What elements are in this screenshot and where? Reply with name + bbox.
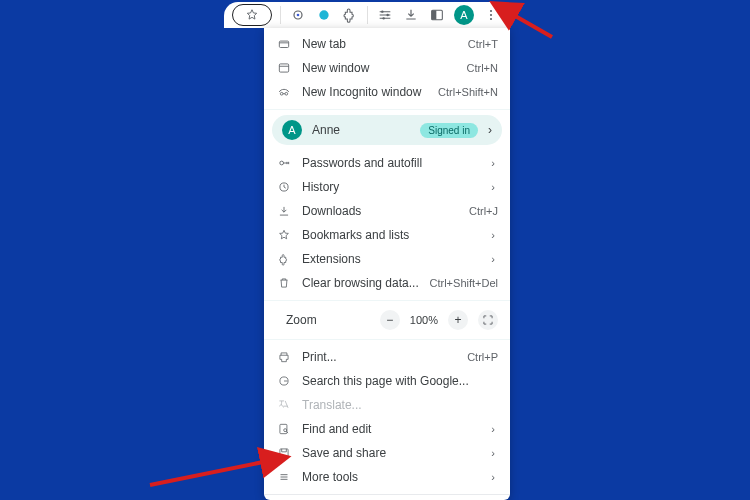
menu-separator [264, 300, 510, 301]
svg-point-14 [285, 92, 288, 95]
puzzle-icon [276, 251, 292, 267]
menu-separator [264, 339, 510, 340]
translate-icon [276, 397, 292, 413]
svg-point-3 [381, 10, 383, 12]
profile-avatar[interactable]: A [454, 5, 474, 25]
menu-separator [264, 494, 510, 495]
kebab-icon [483, 7, 499, 23]
menu-item-more-tools[interactable]: More tools › [264, 465, 510, 489]
menu-item-new-window[interactable]: New window Ctrl+N [264, 56, 510, 80]
download-icon[interactable] [402, 6, 420, 24]
menu-item-downloads[interactable]: Downloads Ctrl+J [264, 199, 510, 223]
menu-item-extensions[interactable]: Extensions › [264, 247, 510, 271]
menu-item-clear-data[interactable]: Clear browsing data... Ctrl+Shift+Del [264, 271, 510, 295]
puzzle-icon[interactable] [341, 6, 359, 24]
svg-point-8 [490, 10, 492, 12]
find-icon [276, 421, 292, 437]
signed-in-badge: Signed in [420, 123, 478, 138]
svg-point-10 [490, 18, 492, 20]
menu-label: History [302, 180, 478, 194]
menu-label: Find and edit [302, 422, 478, 436]
svg-point-2 [319, 10, 328, 19]
svg-rect-11 [279, 41, 288, 47]
window-icon [276, 60, 292, 76]
menu-item-translate: Translate... [264, 393, 510, 417]
toolbar: A [224, 2, 510, 28]
app-circle-icon[interactable] [315, 6, 333, 24]
menu-item-bookmarks[interactable]: Bookmarks and lists › [264, 223, 510, 247]
history-icon [276, 179, 292, 195]
toolbar-divider [280, 6, 281, 24]
menu-label: Translate... [302, 398, 498, 412]
menu-label: Search this page with Google... [302, 374, 498, 388]
google-icon [276, 373, 292, 389]
zoom-value: 100% [410, 314, 438, 326]
svg-point-9 [490, 14, 492, 16]
svg-point-1 [297, 14, 300, 17]
tab-icon [276, 36, 292, 52]
menu-shortcut: Ctrl+N [467, 62, 498, 74]
zoom-row: Zoom − 100% + [264, 306, 510, 334]
svg-rect-12 [279, 64, 288, 72]
star-icon [245, 8, 259, 22]
print-icon [276, 349, 292, 365]
zoom-in-button[interactable]: + [448, 310, 468, 330]
menu-label: Bookmarks and lists [302, 228, 478, 242]
menu-shortcut: Ctrl+Shift+Del [430, 277, 498, 289]
menu-label: Extensions [302, 252, 478, 266]
tools-icon [276, 469, 292, 485]
account-row[interactable]: A Anne Signed in › [272, 115, 502, 145]
chevron-right-icon: › [488, 253, 498, 265]
more-menu-button[interactable] [482, 6, 500, 24]
menu-item-passwords[interactable]: Passwords and autofill › [264, 151, 510, 175]
menu-label: Downloads [302, 204, 459, 218]
menu-label: Print... [302, 350, 457, 364]
chevron-right-icon: › [488, 471, 498, 483]
fullscreen-icon [481, 313, 495, 327]
chevron-right-icon: › [488, 123, 492, 137]
svg-point-5 [382, 17, 384, 19]
chevron-right-icon: › [488, 423, 498, 435]
menu-shortcut: Ctrl+J [469, 205, 498, 217]
sidepanel-icon[interactable] [428, 6, 446, 24]
zoom-label: Zoom [286, 313, 370, 327]
chevron-right-icon: › [488, 181, 498, 193]
toolbar-divider [367, 6, 368, 24]
account-avatar: A [282, 120, 302, 140]
svg-rect-21 [280, 449, 288, 457]
account-name: Anne [312, 123, 410, 137]
key-icon [276, 155, 292, 171]
menu-shortcut: Ctrl+P [467, 351, 498, 363]
menu-label: New tab [302, 37, 458, 51]
star-icon [276, 227, 292, 243]
menu-item-history[interactable]: History › [264, 175, 510, 199]
chevron-right-icon: › [488, 157, 498, 169]
menu-item-search-page[interactable]: Search this page with Google... [264, 369, 510, 393]
menu-item-print[interactable]: Print... Ctrl+P [264, 345, 510, 369]
fullscreen-button[interactable] [478, 310, 498, 330]
chevron-right-icon: › [488, 447, 498, 459]
chevron-right-icon: › [488, 229, 498, 241]
menu-item-save-share[interactable]: Save and share › [264, 441, 510, 465]
bookmark-star-button[interactable] [232, 4, 272, 26]
menu-shortcut: Ctrl+Shift+N [438, 86, 498, 98]
annotation-arrow-top [504, 5, 564, 48]
zoom-out-button[interactable]: − [380, 310, 400, 330]
chrome-main-menu: New tab Ctrl+T New window Ctrl+N New Inc… [264, 28, 510, 500]
svg-line-26 [150, 461, 268, 485]
menu-shortcut: Ctrl+T [468, 38, 498, 50]
svg-point-13 [280, 92, 283, 95]
extension-dot-icon[interactable] [289, 6, 307, 24]
menu-item-find-edit[interactable]: Find and edit › [264, 417, 510, 441]
incognito-icon [276, 84, 292, 100]
svg-rect-7 [432, 10, 437, 19]
svg-point-4 [386, 14, 388, 16]
menu-label: New window [302, 61, 457, 75]
menu-item-new-tab[interactable]: New tab Ctrl+T [264, 32, 510, 56]
menu-label: More tools [302, 470, 478, 484]
svg-point-15 [280, 161, 284, 165]
menu-label: Save and share [302, 446, 478, 460]
menu-item-new-incognito[interactable]: New Incognito window Ctrl+Shift+N [264, 80, 510, 104]
menu-label: Passwords and autofill [302, 156, 478, 170]
tune-icon[interactable] [376, 6, 394, 24]
